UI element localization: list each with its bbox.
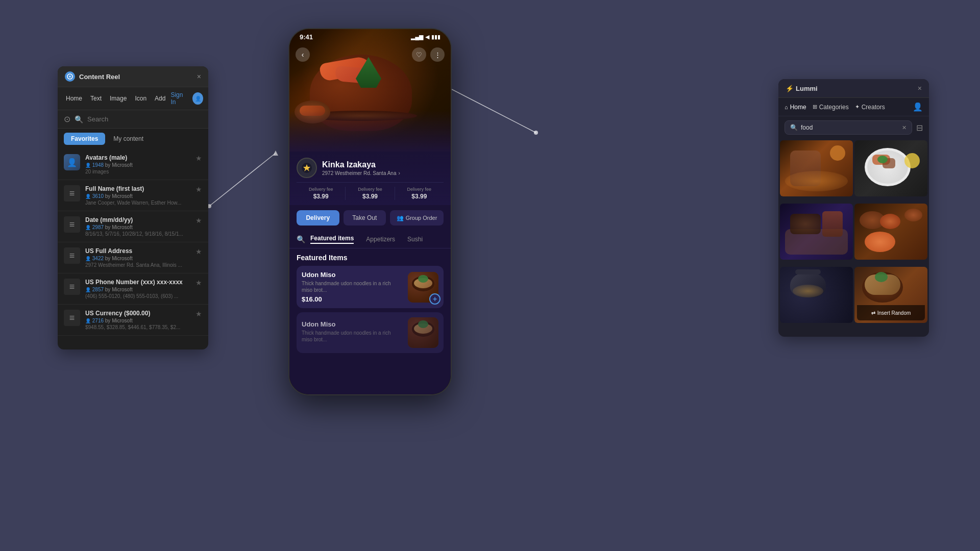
lummi-nav: ⌂ Home ⊞ Categories ✦ Creators 👤 [778, 98, 929, 116]
close-icon[interactable]: × [197, 72, 201, 81]
tab-delivery[interactable]: Delivery [297, 210, 339, 226]
item-name: Date (mm/dd/yy) [85, 216, 190, 223]
nav-image[interactable]: Image [107, 93, 130, 104]
tab-appetizers[interactable]: Appetizers [366, 236, 395, 243]
list-item[interactable]: ≡ Full Name (first last) 👤 3610 by Micro… [58, 180, 208, 211]
favorite-star-icon[interactable]: ★ [195, 185, 202, 193]
list-item[interactable]: ≡ US Phone Number (xxx) xxx-xxxx 👤 2857 … [58, 273, 208, 305]
item-content: Full Name (first last) 👤 3610 by Microso… [85, 185, 190, 206]
nav-icon[interactable]: Icon [132, 93, 150, 104]
item-icon: 👤 [64, 154, 80, 170]
item-sub: $948.55, $328.85, $446.61, $778.35, $2..… [85, 324, 190, 330]
list-item[interactable]: ≡ US Full Address 👤 3422 by Microsoft 29… [58, 242, 208, 273]
lummi-image-2[interactable] [854, 140, 927, 196]
item-icon: ≡ [64, 216, 80, 233]
search-input[interactable] [801, 124, 899, 131]
lummi-image-6[interactable]: ⇄ Insert Random [854, 267, 927, 323]
tab-takeout[interactable]: Take Out [344, 210, 386, 226]
tab-sushi[interactable]: Sushi [407, 236, 423, 243]
content-reel-logo [65, 71, 75, 82]
delivery-label-3: Delivery fee [395, 187, 444, 192]
delivery-value-2: $3.99 [346, 193, 394, 200]
scan-icon: ⊙ [64, 114, 70, 124]
hero-overlay [289, 111, 451, 152]
favorite-star-icon[interactable]: ★ [195, 247, 202, 256]
food-description: Thick handmade udon noodles in a rich mi… [302, 330, 403, 343]
favorite-star-icon[interactable]: ★ [195, 154, 202, 162]
lummi-image-1[interactable] [780, 140, 853, 196]
status-time: 9:41 [300, 33, 313, 41]
nav-signin[interactable]: Sign In [170, 91, 187, 106]
nav-text[interactable]: Text [87, 93, 105, 104]
home-icon: ⌂ [785, 104, 788, 110]
nav-home[interactable]: ⌂ Home [785, 104, 806, 111]
content-reel-tabs: Favorites My content [58, 129, 208, 149]
delivery-value-3: $3.99 [395, 193, 444, 200]
food-card[interactable]: Udon Miso Thick handmade udon noodles in… [297, 266, 444, 308]
signal-icon: ▂▄▆ [411, 34, 423, 40]
food-card-info: Udon Miso Thick handmade udon noodles in… [302, 271, 403, 303]
lummi-search-box[interactable]: 🔍 ✕ [785, 120, 912, 135]
item-content: Avatars (male) 👤 1948 by Microsoft 20 im… [85, 154, 190, 174]
favorite-star-icon[interactable]: ★ [195, 279, 202, 287]
favorite-button[interactable]: ♡ [412, 47, 426, 62]
back-button[interactable]: ‹ [296, 47, 310, 62]
avatar[interactable]: 👤 [192, 92, 203, 105]
close-icon[interactable]: × [918, 84, 922, 92]
list-item[interactable]: 👤 Avatars (male) 👤 1948 by Microsoft 20 … [58, 149, 208, 180]
svg-point-4 [534, 131, 538, 135]
item-sub: 2972 Westheimer Rd. Santa Ana, Illinois … [85, 262, 190, 268]
nav-categories[interactable]: ⊞ Categories [813, 104, 849, 111]
hero-nav: ‹ ♡ ⋮ [296, 47, 445, 62]
lummi-image-5[interactable] [780, 267, 853, 323]
nav-add[interactable]: Add [152, 93, 168, 104]
featured-items-title: Featured Items [297, 254, 444, 262]
food-name: Udon Miso [302, 271, 403, 279]
item-name: US Full Address [85, 247, 190, 255]
lummi-image-3[interactable] [780, 204, 853, 260]
lummi-panel: ⚡ Lummi × ⌂ Home ⊞ Categories ✦ Creators… [778, 79, 929, 337]
order-type-tabs: Delivery Take Out 👥 Group Order [289, 205, 451, 231]
add-to-cart-button[interactable]: + [429, 293, 440, 305]
lummi-image-4[interactable] [854, 204, 927, 260]
food-card[interactable]: Udon Miso Thick handmade udon noodles in… [297, 312, 444, 353]
list-item[interactable]: ≡ Date (mm/dd/yy) 👤 2987 by Microsoft 8/… [58, 211, 208, 242]
item-name: US Phone Number (xxx) xxx-xxxx [85, 279, 190, 286]
user-icon[interactable]: 👤 [913, 102, 923, 112]
delivery-col-1: Delivery fee $3.99 [297, 187, 346, 200]
nav-creators[interactable]: ✦ Creators [855, 104, 885, 111]
search-input[interactable] [87, 115, 202, 123]
search-icon: 🔍 [75, 115, 83, 123]
content-reel-nav: Home Text Image Icon Add Sign In 👤 [58, 87, 208, 110]
more-options-button[interactable]: ⋮ [430, 47, 445, 62]
tab-my-content[interactable]: My content [109, 133, 148, 145]
tab-favorites[interactable]: Favorites [64, 133, 105, 145]
filter-icon[interactable]: ⊟ [916, 123, 923, 133]
hero-image: 9:41 ▂▄▆ ◀ ▮▮▮ [289, 29, 451, 152]
favorite-star-icon[interactable]: ★ [195, 310, 202, 318]
item-content: US Full Address 👤 3422 by Microsoft 2972… [85, 247, 190, 268]
favorite-star-icon[interactable]: ★ [195, 216, 202, 224]
item-sub: (406) 555-0120, (480) 555-0103, (603) ..… [85, 293, 190, 299]
clear-search-icon[interactable]: ✕ [902, 124, 906, 131]
tab-featured-items[interactable]: Featured items [310, 235, 354, 244]
item-content: Date (mm/dd/yy) 👤 2987 by Microsoft 8/16… [85, 216, 190, 237]
delivery-value-1: $3.99 [297, 193, 345, 200]
restaurant-name-block: Kinka Izakaya 2972 Westheimer Rd. Santa … [322, 160, 444, 176]
delivery-info-row: Delivery fee $3.99 Delivery fee $3.99 De… [297, 182, 444, 200]
restaurant-address: 2972 Westheimer Rd. Santa Ana › [322, 170, 444, 176]
item-meta: 👤 1948 by Microsoft [85, 162, 190, 168]
content-reel-title: Content Reel [79, 73, 197, 81]
hero-background: 9:41 ▂▄▆ ◀ ▮▮▮ [289, 29, 451, 152]
item-name: Avatars (male) [85, 154, 190, 161]
food-name: Udon Miso [302, 320, 403, 328]
battery-icon: ▮▮▮ [431, 34, 440, 40]
tab-group-order[interactable]: 👥 Group Order [390, 210, 444, 226]
phone-content: Featured Items Udon Miso Thick handmade … [289, 248, 451, 395]
phone-mockup: 9:41 ▂▄▆ ◀ ▮▮▮ [288, 28, 452, 395]
menu-search-icon[interactable]: 🔍 [297, 235, 305, 243]
food-image: + [408, 272, 438, 303]
nav-home[interactable]: Home [63, 93, 85, 104]
list-item[interactable]: ≡ US Currency ($000.00) 👤 2716 by Micros… [58, 305, 208, 336]
svg-line-3 [452, 89, 536, 133]
